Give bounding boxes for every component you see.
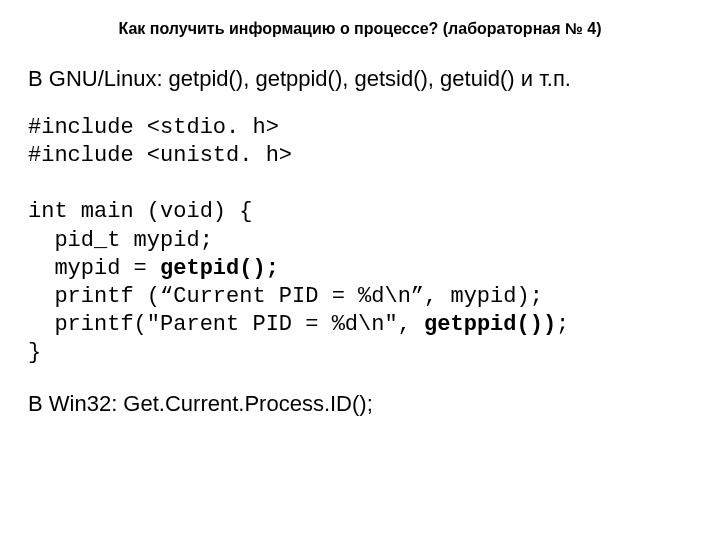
code-line: int main (void) { bbox=[28, 199, 252, 224]
code-line: ; bbox=[556, 312, 569, 337]
code-line: printf (“Current PID = %d\n”, mypid); bbox=[28, 284, 543, 309]
code-line: pid_t mypid; bbox=[28, 228, 213, 253]
slide-title: Как получить информацию о процессе? (лаб… bbox=[28, 20, 692, 38]
subtitle-linux: В GNU/Linux: getpid(), getppid(), getsid… bbox=[28, 66, 692, 92]
code-line: } bbox=[28, 340, 41, 365]
code-call-getppid: getppid()) bbox=[424, 312, 556, 337]
footer-win32: В Win32: Get.Current.Process.ID(); bbox=[28, 391, 692, 417]
code-call-getpid: getpid(); bbox=[160, 256, 279, 281]
code-line: #include <unistd. h> bbox=[28, 143, 292, 168]
code-line: #include <stdio. h> bbox=[28, 115, 279, 140]
code-line: printf("Parent PID = %d\n", bbox=[28, 312, 424, 337]
code-block: #include <stdio. h> #include <unistd. h>… bbox=[28, 114, 692, 367]
code-line: mypid = bbox=[28, 256, 160, 281]
